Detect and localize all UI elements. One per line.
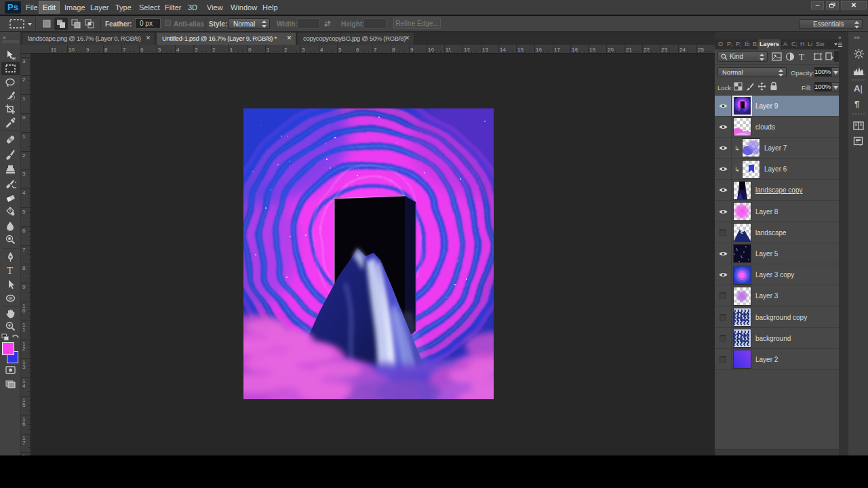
svg-text:T: T [7,265,13,276]
